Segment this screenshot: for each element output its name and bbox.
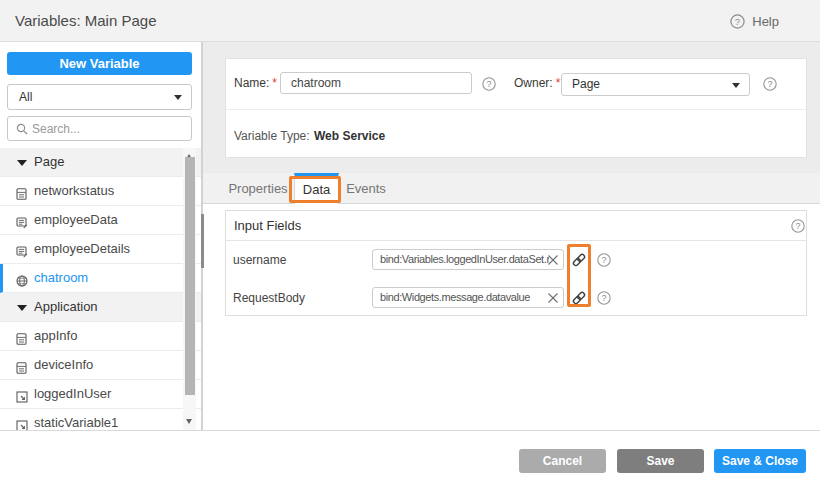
- tree-item-label: deviceInfo: [34, 351, 93, 379]
- required-asterisk: *: [272, 76, 277, 90]
- input-fields-title: Input Fields: [234, 211, 301, 241]
- tree-item-staticvariable1[interactable]: staticVariable1: [0, 409, 201, 430]
- field-help-icon[interactable]: ?: [597, 291, 611, 305]
- name-owner-row: Name:* ? Owner:* Page ?: [226, 59, 806, 109]
- tree-item-label: chatroom: [34, 264, 88, 292]
- name-label: Name:*: [234, 76, 277, 90]
- detail-tabs: Properties Data Events: [203, 173, 820, 204]
- variable-type-label: Variable Type:: [234, 129, 310, 143]
- tree-item-networkstatus[interactable]: networkstatus: [0, 177, 201, 206]
- tree-item-label: Page: [34, 148, 64, 176]
- tree-item-chatroom[interactable]: chatroom: [0, 264, 201, 293]
- sidebar-scrollbar[interactable]: [183, 148, 196, 430]
- help-button[interactable]: ? Help: [730, 0, 779, 42]
- svg-text:?: ?: [795, 221, 800, 231]
- collapse-triangle-icon[interactable]: [17, 305, 27, 311]
- page-title: Variables: Main Page: [15, 0, 156, 42]
- owner-label: Owner:*: [514, 76, 560, 90]
- static-variable-icon: [16, 418, 28, 430]
- static-variable-icon: [16, 389, 28, 407]
- binding-value: bind:Widgets.message.datavalue: [380, 288, 549, 307]
- device-variable-icon: [16, 331, 27, 349]
- tree-item-appinfo[interactable]: appInfo: [0, 322, 201, 351]
- tree-item-label: loggedInUser: [34, 380, 111, 408]
- input-fields-help-icon[interactable]: ?: [791, 219, 805, 233]
- tree-item-loggedinuser[interactable]: loggedInUser: [0, 380, 201, 409]
- tab-data[interactable]: Data: [294, 173, 339, 205]
- tree-group-application[interactable]: Application: [0, 293, 201, 322]
- search-box: [7, 116, 192, 141]
- field-help-icon[interactable]: ?: [597, 253, 611, 267]
- dialog-footer: Cancel Save Save & Close: [0, 430, 820, 489]
- save-button[interactable]: Save: [617, 449, 704, 473]
- chevron-down-icon: [174, 95, 182, 100]
- tree-item-deviceinfo[interactable]: deviceInfo: [0, 351, 201, 380]
- tab-events[interactable]: Events: [339, 173, 393, 204]
- owner-help-icon[interactable]: ?: [763, 77, 777, 91]
- owner-select[interactable]: Page: [561, 73, 750, 96]
- service-variable-icon: [16, 244, 28, 262]
- tree-item-employeedetails[interactable]: employeeDetails: [0, 235, 201, 264]
- device-variable-icon: [16, 360, 27, 378]
- device-variable-icon: [16, 186, 27, 204]
- field-label: RequestBody: [233, 279, 305, 317]
- detail-pane-scrollbar-thumb[interactable]: [201, 214, 204, 268]
- variable-type-value: Web Service: [314, 129, 385, 143]
- owner-value: Page: [572, 74, 600, 95]
- save-and-close-button[interactable]: Save & Close: [714, 449, 806, 473]
- binding-value: bind:Variables.loggedInUser.dataSet.na: [380, 250, 549, 269]
- name-input[interactable]: [280, 72, 472, 94]
- svg-text:?: ?: [601, 255, 606, 265]
- help-circle-icon: ?: [730, 14, 745, 29]
- name-help-icon[interactable]: ?: [482, 77, 496, 91]
- service-variable-icon: [16, 215, 28, 233]
- scroll-down-icon[interactable]: [186, 419, 192, 424]
- variable-filter-value: All: [19, 85, 32, 109]
- variable-type-row: Variable Type: Web Service: [226, 109, 806, 159]
- input-fields-panel: Input Fields ? username bind:Variables.l…: [225, 210, 807, 316]
- svg-text:?: ?: [767, 79, 772, 89]
- dialog-header: Variables: Main Page ? Help: [0, 0, 820, 42]
- svg-text:?: ?: [486, 79, 491, 89]
- scrollbar-thumb[interactable]: [185, 157, 195, 395]
- input-fields-header: Input Fields ?: [226, 211, 806, 241]
- chevron-down-icon: [732, 83, 740, 88]
- tree-item-employeedata[interactable]: employeeData: [0, 206, 201, 235]
- new-variable-button[interactable]: New Variable: [7, 52, 192, 75]
- variables-dialog: Variables: Main Page ? Help New Variable…: [0, 0, 820, 489]
- search-icon: [16, 123, 28, 135]
- tree-item-label: employeeData: [34, 206, 118, 234]
- variable-summary-card: Name:* ? Owner:* Page ? Variable Type: W…: [225, 58, 807, 158]
- tree-item-label: appInfo: [34, 322, 77, 350]
- clear-binding-icon[interactable]: [546, 253, 560, 267]
- tree-item-label: Application: [34, 293, 98, 321]
- input-field-row-requestbody: RequestBody bind:Widgets.message.dataval…: [226, 279, 806, 317]
- svg-text:?: ?: [735, 15, 740, 26]
- variable-filter-select[interactable]: All: [7, 84, 192, 110]
- field-label: username: [233, 241, 286, 279]
- variables-sidebar: New Variable All Pagenetworkstatusemploy…: [0, 42, 203, 430]
- clear-binding-icon[interactable]: [546, 291, 560, 305]
- binding-input[interactable]: bind:Variables.loggedInUser.dataSet.na: [372, 249, 564, 270]
- input-field-row-username: username bind:Variables.loggedInUser.dat…: [226, 241, 806, 279]
- tree-item-label: networkstatus: [34, 177, 114, 205]
- cancel-button[interactable]: Cancel: [519, 449, 606, 473]
- data-tab-content: Input Fields ? username bind:Variables.l…: [203, 204, 820, 430]
- websocket-variable-icon: [16, 273, 28, 291]
- svg-text:?: ?: [601, 293, 606, 303]
- collapse-triangle-icon[interactable]: [17, 160, 27, 166]
- tree-group-page[interactable]: Page: [0, 148, 201, 177]
- variable-detail-pane: Name:* ? Owner:* Page ? Variable Type: W…: [203, 42, 820, 430]
- tree-item-label: employeeDetails: [34, 235, 130, 263]
- tab-properties[interactable]: Properties: [222, 173, 294, 204]
- tree-item-label: staticVariable1: [34, 409, 118, 430]
- help-label: Help: [752, 14, 779, 29]
- bind-link-icon[interactable]: [571, 290, 587, 306]
- bind-link-icon[interactable]: [571, 252, 587, 268]
- required-asterisk: *: [556, 76, 561, 90]
- search-input[interactable]: [32, 117, 187, 140]
- variables-tree: PagenetworkstatusemployeeDataemployeeDet…: [0, 148, 201, 430]
- binding-input[interactable]: bind:Widgets.message.datavalue: [372, 287, 564, 308]
